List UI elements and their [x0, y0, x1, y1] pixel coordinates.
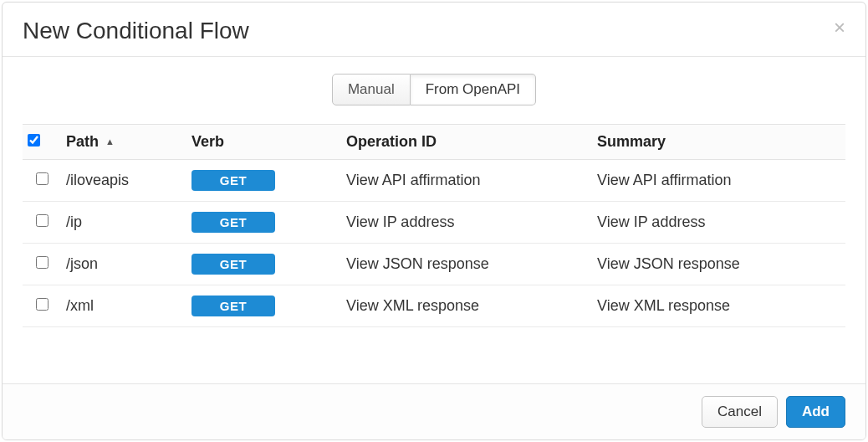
cancel-button[interactable]: Cancel	[702, 396, 778, 428]
row-checkbox[interactable]	[36, 298, 49, 311]
modal-footer: Cancel Add	[3, 383, 865, 439]
cell-path: /iloveapis	[61, 160, 186, 202]
cell-operation-id: View JSON response	[341, 244, 592, 285]
table-body: /iloveapisGETView API affirmationView AP…	[23, 160, 845, 327]
table-row: /iloveapisGETView API affirmationView AP…	[23, 160, 845, 202]
verb-badge: GET	[191, 254, 275, 275]
cell-operation-id: View IP address	[341, 202, 592, 244]
cell-path: /xml	[61, 285, 186, 327]
modal-title: New Conditional Flow	[23, 18, 249, 44]
verb-badge: GET	[191, 296, 275, 316]
source-tab-group: Manual From OpenAPI	[23, 74, 845, 105]
tab-manual[interactable]: Manual	[332, 74, 411, 105]
operations-table: Path ▲ Verb Operation ID Summary /ilovea…	[23, 124, 845, 327]
verb-badge: GET	[191, 212, 275, 233]
table-header-row: Path ▲ Verb Operation ID Summary	[23, 125, 845, 160]
column-header-path[interactable]: Path ▲	[61, 125, 186, 160]
row-checkbox[interactable]	[36, 256, 49, 269]
column-header-summary[interactable]: Summary	[592, 125, 845, 160]
modal-body: Manual From OpenAPI Path ▲ Verb Operatio…	[3, 57, 865, 383]
column-header-operation-id[interactable]: Operation ID	[341, 125, 592, 160]
column-header-path-label: Path	[66, 133, 99, 150]
table-row: /jsonGETView JSON responseView JSON resp…	[23, 244, 845, 285]
column-header-select	[23, 125, 61, 160]
cell-summary: View API affirmation	[592, 160, 845, 202]
select-all-checkbox[interactable]	[28, 134, 40, 146]
tab-from-openapi[interactable]: From OpenAPI	[411, 74, 536, 105]
cell-path: /json	[61, 244, 186, 285]
cell-summary: View JSON response	[592, 244, 845, 285]
new-conditional-flow-modal: New Conditional Flow × Manual From OpenA…	[2, 2, 866, 440]
table-row: /ipGETView IP addressView IP address	[23, 202, 845, 244]
row-checkbox[interactable]	[36, 214, 49, 227]
cell-summary: View XML response	[592, 285, 845, 327]
table-row: /xmlGETView XML responseView XML respons…	[23, 285, 845, 327]
close-icon[interactable]: ×	[834, 18, 845, 38]
verb-badge: GET	[191, 170, 275, 191]
cell-summary: View IP address	[592, 202, 845, 244]
cell-path: /ip	[61, 202, 186, 244]
cell-operation-id: View XML response	[341, 285, 592, 327]
row-checkbox[interactable]	[36, 172, 49, 185]
modal-header: New Conditional Flow ×	[3, 3, 865, 57]
cell-operation-id: View API affirmation	[341, 160, 592, 202]
column-header-verb[interactable]: Verb	[186, 125, 341, 160]
add-button[interactable]: Add	[786, 396, 845, 428]
sort-asc-icon: ▲	[105, 136, 115, 146]
